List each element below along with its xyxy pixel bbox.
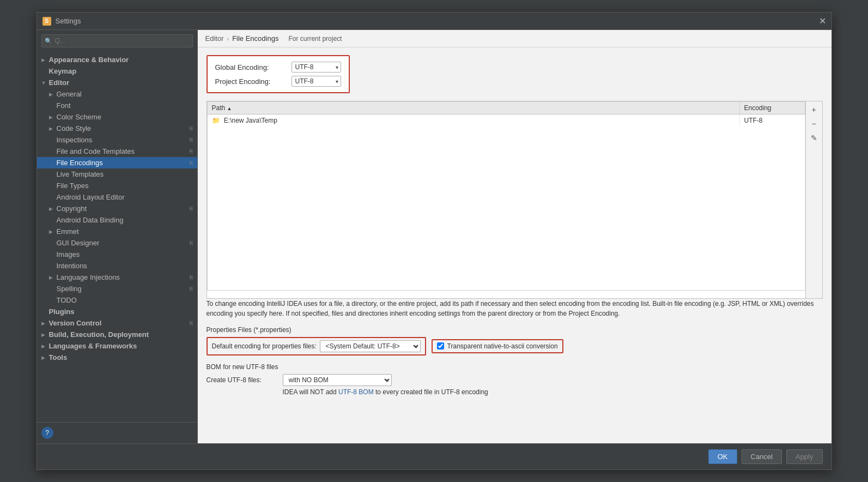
sidebar-item-label: Plugins <box>49 308 193 316</box>
breadcrumb-parent: Editor <box>205 34 224 43</box>
sidebar-item-live-templates[interactable]: Live Templates <box>37 168 197 180</box>
help-button[interactable]: ? <box>41 427 53 439</box>
native-to-ascii-box: Transparent native-to-ascii conversion <box>432 339 563 353</box>
bom-info: IDEA will NOT add UTF-8 BOM to every cre… <box>207 388 823 396</box>
arrow-icon: ▶ <box>41 344 49 349</box>
apply-button[interactable]: Apply <box>786 449 823 464</box>
sidebar-item-android-layout[interactable]: Android Layout Editor <box>37 191 197 203</box>
properties-section: Properties Files (*.properties) Default … <box>207 326 823 356</box>
sidebar-item-spelling[interactable]: Spelling⎘ <box>37 283 197 294</box>
breadcrumb-project-link[interactable]: For current project <box>288 35 342 43</box>
remove-button[interactable]: − <box>808 118 820 130</box>
sidebar-item-gui-designer[interactable]: GUI Designer⎘ <box>37 237 197 249</box>
file-table-area: Path Encoding 📁 E:\new Java\Temp <box>207 101 823 299</box>
sidebar-item-label: Language Injections <box>57 273 187 281</box>
sidebar-item-tools[interactable]: ▶Tools <box>37 352 197 363</box>
content-area: 🔍 ▶Appearance & BehaviorKeymap▼Editor▶Ge… <box>37 30 831 443</box>
sidebar-item-font[interactable]: Font <box>37 100 197 111</box>
info-text: To change encoding IntelliJ IDEA uses fo… <box>207 299 823 318</box>
sidebar-item-icon-right: ⎘ <box>190 137 193 143</box>
properties-section-title: Properties Files (*.properties) <box>207 326 823 334</box>
path-column-header[interactable]: Path <box>207 102 739 115</box>
cancel-button[interactable]: Cancel <box>742 449 782 464</box>
arrow-icon: ▶ <box>49 275 57 280</box>
sidebar-item-icon-right: ⎘ <box>190 240 193 246</box>
breadcrumb-current: File Encodings <box>232 34 278 43</box>
close-button[interactable]: ✕ <box>819 16 826 26</box>
arrow-icon: ▶ <box>41 332 49 338</box>
default-encoding-select[interactable]: <System Default: UTF-8> UTF-8 ISO-8859-1 <box>320 340 421 352</box>
sidebar-item-keymap[interactable]: Keymap <box>37 65 197 77</box>
project-encoding-select-wrap: UTF-8 UTF-16 ISO-8859-1 <box>292 76 341 87</box>
arrow-icon: ▶ <box>49 126 57 131</box>
sidebar-item-icon-right: ⎘ <box>190 148 193 154</box>
bom-select[interactable]: with NO BOM with BOM <box>283 374 392 386</box>
add-button[interactable]: + <box>808 104 820 116</box>
sidebar-item-label: Font <box>57 101 193 110</box>
path-sort-icon <box>227 104 232 112</box>
sidebar-item-appearance[interactable]: ▶Appearance & Behavior <box>37 54 197 65</box>
bom-info-suffix: to every created file in UTF-8 encoding <box>374 388 488 396</box>
sidebar-item-emmet[interactable]: ▶Emmet <box>37 226 197 237</box>
sidebar-tree: ▶Appearance & BehaviorKeymap▼Editor▶Gene… <box>37 52 197 422</box>
default-encoding-select-wrap: <System Default: UTF-8> UTF-8 ISO-8859-1 <box>320 340 421 352</box>
title-bar: S Settings ✕ <box>37 13 831 30</box>
sidebar-item-label: Spelling <box>57 285 187 293</box>
sidebar-item-label: GUI Designer <box>57 239 187 247</box>
sidebar-item-label: Languages & Frameworks <box>49 342 193 350</box>
bom-info-link[interactable]: UTF-8 BOM <box>338 388 374 396</box>
sidebar-item-icon-right: ⎘ <box>190 160 193 166</box>
edit-button[interactable]: ✎ <box>808 132 820 144</box>
sidebar-item-label: General <box>57 90 193 98</box>
sidebar-item-file-encodings[interactable]: File Encodings⎘ <box>37 157 197 168</box>
sidebar-item-inspections[interactable]: Inspections⎘ <box>37 134 197 146</box>
project-encoding-label: Project Encoding: <box>215 77 286 86</box>
global-encoding-row: Global Encoding: UTF-8 UTF-16 ISO-8859-1 <box>215 62 341 73</box>
sidebar-item-file-code-templates[interactable]: File and Code Templates⎘ <box>37 146 197 157</box>
native-to-ascii-checkbox[interactable] <box>437 342 444 350</box>
properties-row: Default encoding for properties files: <… <box>207 337 823 356</box>
search-input[interactable] <box>41 34 193 47</box>
sidebar-item-label: Code Style <box>57 124 187 132</box>
bom-info-prefix: IDEA will NOT add <box>283 388 338 396</box>
sidebar-item-label: File Types <box>57 182 193 190</box>
sidebar-item-color-scheme[interactable]: ▶Color Scheme <box>37 111 197 123</box>
sidebar-item-label: File Encodings <box>57 159 187 167</box>
search-icon: 🔍 <box>45 38 52 45</box>
native-to-ascii-label: Transparent native-to-ascii conversion <box>447 342 558 350</box>
sidebar-item-label: Keymap <box>49 67 193 75</box>
ok-button[interactable]: OK <box>708 449 737 464</box>
encoding-column-header[interactable]: Encoding <box>739 102 805 115</box>
sidebar-item-file-types[interactable]: File Types <box>37 180 197 191</box>
settings-dialog: S Settings ✕ 🔍 ▶Appearance & BehaviorKey… <box>37 12 832 470</box>
sidebar-item-version-control[interactable]: ▶Version Control⎘ <box>37 317 197 329</box>
encoding-cell: UTF-8 <box>739 115 805 127</box>
sidebar-item-languages[interactable]: ▶Languages & Frameworks <box>37 340 197 352</box>
sidebar-item-label: Intentions <box>57 262 193 270</box>
global-encoding-select[interactable]: UTF-8 UTF-16 ISO-8859-1 <box>292 62 341 73</box>
sidebar-item-build[interactable]: ▶Build, Execution, Deployment <box>37 329 197 340</box>
sidebar-item-images[interactable]: Images <box>37 249 197 260</box>
dialog-title: Settings <box>56 17 815 25</box>
sidebar-item-general[interactable]: ▶General <box>37 88 197 100</box>
sidebar-item-label: Inspections <box>57 136 187 144</box>
sidebar-item-label: Version Control <box>49 319 187 327</box>
arrow-icon: ▼ <box>41 80 49 86</box>
arrow-icon: ▶ <box>41 57 49 63</box>
sidebar-item-language-injections[interactable]: ▶Language Injections⎘ <box>37 272 197 283</box>
sidebar-item-copyright[interactable]: ▶Copyright⎘ <box>37 203 197 214</box>
sidebar-item-label: Live Templates <box>57 170 193 178</box>
sidebar-item-android-data[interactable]: Android Data Binding <box>37 214 197 226</box>
sidebar-item-icon-right: ⎘ <box>190 274 193 280</box>
sidebar-item-editor[interactable]: ▼Editor <box>37 77 197 88</box>
sidebar-item-intentions[interactable]: Intentions <box>37 260 197 272</box>
sidebar-item-label: Copyright <box>57 204 187 213</box>
project-encoding-select[interactable]: UTF-8 UTF-16 ISO-8859-1 <box>292 76 341 87</box>
sidebar-item-label: Android Layout Editor <box>57 193 193 201</box>
sidebar-item-todo[interactable]: TODO <box>37 294 197 306</box>
sidebar-item-code-style[interactable]: ▶Code Style⎘ <box>37 123 197 134</box>
sidebar-item-plugins[interactable]: Plugins <box>37 306 197 317</box>
table-row[interactable]: 📁 E:\new Java\Temp UTF-8 <box>207 115 805 127</box>
sidebar-bottom: ? <box>37 422 197 443</box>
sidebar-item-label: TODO <box>57 296 193 304</box>
